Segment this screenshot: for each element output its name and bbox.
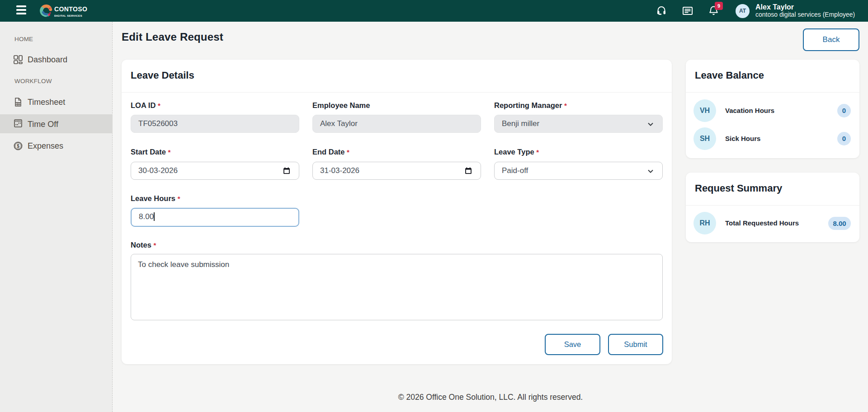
svg-text:$: $ (17, 144, 19, 149)
